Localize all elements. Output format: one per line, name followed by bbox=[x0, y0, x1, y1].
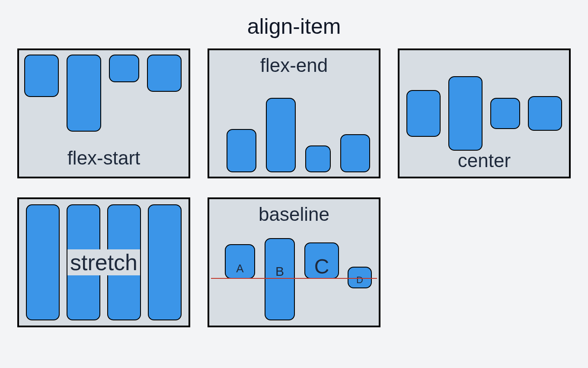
stretch-item-1 bbox=[26, 204, 60, 320]
panel-flex-end-label: flex-end bbox=[209, 55, 379, 76]
flex-start-item-3 bbox=[109, 55, 139, 82]
panel-baseline-label: baseline bbox=[209, 203, 379, 225]
center-item-3 bbox=[490, 98, 520, 129]
panel-stretch-label: stretch bbox=[67, 249, 140, 275]
baseline-item-c: C bbox=[304, 242, 339, 279]
baseline-item-b: B bbox=[265, 238, 295, 320]
baseline-item-d: D bbox=[348, 267, 372, 288]
panel-stretch: stretch bbox=[17, 197, 190, 327]
baseline-item-b-label: B bbox=[265, 264, 294, 279]
panel-flex-end-row bbox=[227, 98, 370, 172]
center-item-2 bbox=[448, 76, 483, 151]
panel-flex-start-label: flex-start bbox=[19, 147, 189, 169]
center-item-1 bbox=[406, 90, 441, 137]
flex-end-item-1 bbox=[227, 129, 256, 172]
stretch-item-4 bbox=[148, 204, 182, 320]
panel-center: center bbox=[398, 48, 571, 178]
baseline-item-a: A bbox=[225, 244, 255, 279]
center-item-4 bbox=[528, 96, 562, 131]
flex-end-item-2 bbox=[266, 98, 296, 172]
panel-flex-start: flex-start bbox=[17, 48, 190, 178]
flex-start-item-1 bbox=[24, 55, 59, 97]
flex-start-item-2 bbox=[67, 55, 101, 132]
panels-grid: flex-start flex-end center stretch bbox=[0, 48, 588, 327]
panel-flex-end: flex-end bbox=[208, 48, 380, 178]
panel-flex-start-row bbox=[24, 55, 183, 132]
baseline-item-c-label: C bbox=[305, 256, 338, 277]
panel-baseline: baseline A B C D bbox=[208, 197, 380, 327]
baseline-rule bbox=[211, 278, 377, 279]
flex-end-item-3 bbox=[305, 145, 331, 172]
page-title: align-item bbox=[0, 0, 588, 48]
baseline-item-d-label: D bbox=[348, 274, 371, 286]
baseline-item-a-label: A bbox=[226, 262, 254, 275]
flex-start-item-4 bbox=[147, 55, 182, 92]
panel-center-label: center bbox=[399, 150, 569, 171]
flex-end-item-4 bbox=[340, 134, 370, 172]
